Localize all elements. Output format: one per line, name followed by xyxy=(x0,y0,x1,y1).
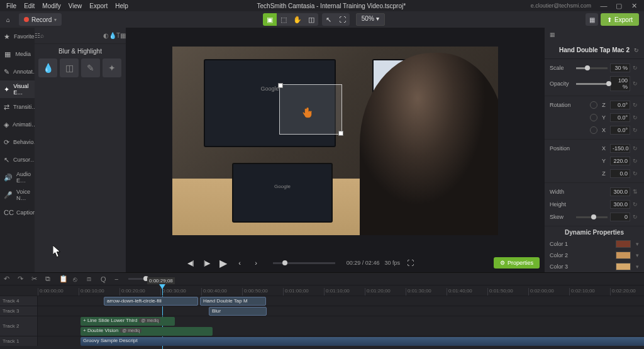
track-header[interactable]: Track 3 xyxy=(0,306,38,316)
sidebar-item-transitions[interactable]: ⇄Transiti… xyxy=(0,98,35,116)
effect-blur[interactable]: 💧 xyxy=(38,58,57,77)
effect-pencil[interactable]: ✎ xyxy=(81,58,100,77)
timeline-ruler[interactable]: 0:00:00;000:00:10;000:00:20;000:00:30;00… xyxy=(0,285,644,296)
minimize-button[interactable]: — xyxy=(596,2,611,9)
scale-reset[interactable]: ↻ xyxy=(633,65,639,71)
rotation-z-dial[interactable] xyxy=(590,101,597,109)
copy-button[interactable]: ⧉ xyxy=(45,275,54,283)
menu-edit[interactable]: Edit xyxy=(20,3,38,9)
clip[interactable]: Blur xyxy=(209,307,267,316)
opacity-reset[interactable]: ↻ xyxy=(633,80,639,87)
effect-spotlight[interactable]: ✦ xyxy=(103,58,121,77)
position-y-input[interactable]: 220.0 xyxy=(610,157,630,165)
panel-tab-wand[interactable]: ⌕ xyxy=(40,32,44,39)
maximize-button[interactable]: ▢ xyxy=(611,2,626,10)
fullscreen-button[interactable]: ⛶ xyxy=(405,257,416,269)
opacity-slider[interactable] xyxy=(576,83,608,85)
step-back-button[interactable]: ‹ xyxy=(234,257,245,269)
next-frame-button[interactable]: |▶ xyxy=(201,257,213,269)
arrow-tool[interactable]: ↖ xyxy=(322,13,336,26)
position-x-input[interactable]: -150.0 xyxy=(610,144,630,153)
track-header[interactable]: Track 2 xyxy=(0,316,38,336)
panel-tab-assets[interactable]: ☷ xyxy=(35,32,40,39)
menu-export[interactable]: Export xyxy=(86,3,111,9)
export-button[interactable]: ⬆Export xyxy=(601,13,639,26)
sidebar-item-voice[interactable]: 🎤Voice N… xyxy=(0,186,35,204)
height-input[interactable]: 300.0 xyxy=(610,200,630,209)
track-track-4[interactable]: Track 4arrow-down-left-circle-fillHand D… xyxy=(0,296,644,306)
canvas-options-button[interactable]: ▦ xyxy=(586,13,598,26)
properties-button[interactable]: ⚙Properties xyxy=(494,257,540,269)
zoom-out-button[interactable]: Q xyxy=(101,275,109,283)
select-tool[interactable]: ⬚ xyxy=(277,13,291,26)
paste-button[interactable]: 📋 xyxy=(59,275,68,283)
prev-frame-button[interactable]: ◀| xyxy=(185,257,196,269)
home-button[interactable]: ⌂ xyxy=(0,11,16,28)
rotation-x-input[interactable]: 0.0° xyxy=(610,126,630,135)
step-forward-button[interactable]: › xyxy=(250,257,262,269)
rotation-y-input[interactable]: 0.0° xyxy=(610,113,630,122)
sidebar-item-behaviors[interactable]: ⟳Behavio… xyxy=(0,133,35,151)
close-button[interactable]: ✕ xyxy=(626,2,641,10)
track-track-1[interactable]: Track 1Groovy Sample Descript xyxy=(0,336,644,346)
split-button[interactable]: ⎋ xyxy=(73,275,82,283)
sidebar-item-animations[interactable]: ◈Animati… xyxy=(0,116,35,133)
undo-button[interactable]: ↶ xyxy=(4,275,13,283)
opacity-input[interactable]: 100 % xyxy=(610,76,630,91)
menu-file[interactable]: File xyxy=(3,3,20,9)
edit-tool[interactable]: ▣ xyxy=(263,13,277,26)
track-track-2[interactable]: Track 2+ Line Slide Lower Third@ mediq+ … xyxy=(0,316,644,336)
redo-button[interactable]: ↷ xyxy=(18,275,26,283)
sidebar-item-captions[interactable]: CCCaptions xyxy=(0,204,35,221)
track-track-3[interactable]: Track 3Blur xyxy=(0,306,644,316)
sidebar-item-media[interactable]: ▦Media xyxy=(0,45,35,63)
color1-swatch[interactable] xyxy=(616,240,631,248)
playback-scrubber[interactable] xyxy=(273,262,335,264)
panel-tab-grid[interactable]: ▦ xyxy=(120,32,126,39)
hand-tap-annotation[interactable] xyxy=(301,106,315,121)
sidebar-item-annotations[interactable]: ✎Annotat… xyxy=(0,63,35,80)
menu-view[interactable]: View xyxy=(65,3,86,9)
cut-button[interactable]: ✂ xyxy=(31,275,40,283)
video-preview[interactable]: Google Google xyxy=(172,47,498,235)
skew-slider[interactable] xyxy=(576,216,608,218)
clip[interactable]: Hand Double Tap M xyxy=(200,297,266,306)
user-email[interactable]: e.cloutier@techsmi.com xyxy=(531,3,596,9)
fit-tool[interactable]: ⛶ xyxy=(336,13,350,26)
scale-slider[interactable] xyxy=(576,67,608,69)
timeline-tracks: Track 4arrow-down-left-circle-fillHand D… xyxy=(0,296,644,349)
menu-help[interactable]: Help xyxy=(111,3,132,9)
sidebar-item-audio[interactable]: 🔊Audio E… xyxy=(0,169,35,186)
magnet-button[interactable]: ⧈ xyxy=(87,275,96,283)
clip[interactable]: arrow-down-left-circle-fill xyxy=(104,297,198,306)
position-z-input[interactable]: 0.0 xyxy=(610,169,630,178)
play-button[interactable]: ▶ xyxy=(218,257,229,269)
rotation-z-input[interactable]: 0.0° xyxy=(610,101,630,109)
color2-swatch[interactable] xyxy=(616,252,631,259)
clip[interactable]: + Double Vision@ mediq xyxy=(80,327,213,336)
color3-swatch[interactable] xyxy=(616,263,631,270)
clip[interactable]: Groovy Sample Descript xyxy=(80,337,644,346)
width-input[interactable]: 300.0 xyxy=(610,187,630,196)
sidebar-item-visual-effects[interactable]: ✦Visual E… xyxy=(0,80,35,98)
zoom-level[interactable]: 50% ▾ xyxy=(356,13,385,26)
effect-highlight[interactable]: ◫ xyxy=(60,58,79,77)
rotation-y-dial[interactable] xyxy=(590,114,597,121)
menu-modify[interactable]: Modify xyxy=(38,3,64,9)
clip[interactable]: + Line Slide Lower Third@ mediq xyxy=(80,317,175,326)
rotation-x-dial[interactable] xyxy=(590,126,597,134)
track-header[interactable]: Track 4 xyxy=(0,296,38,306)
scale-input[interactable]: 30 % xyxy=(610,64,630,72)
record-button[interactable]: Record▾ xyxy=(19,13,62,26)
canvas-stage[interactable]: Google Google xyxy=(126,28,545,253)
skew-input[interactable]: 0 xyxy=(610,213,630,221)
track-header[interactable]: Track 1 xyxy=(0,336,38,346)
crop-tool[interactable]: ◫ xyxy=(304,13,318,26)
reset-all-button[interactable]: ↻ xyxy=(634,47,639,53)
sidebar-item-favorites[interactable]: ★Favorites xyxy=(0,28,35,45)
drop-icon[interactable]: 💧 xyxy=(109,32,116,39)
pan-tool[interactable]: ✋ xyxy=(291,13,304,26)
panel-tab-drop[interactable]: ◐ xyxy=(103,32,109,39)
sidebar-item-cursor[interactable]: ↖Cursor… xyxy=(0,151,35,169)
panel-toggle-icon[interactable]: ▦ xyxy=(550,31,555,38)
